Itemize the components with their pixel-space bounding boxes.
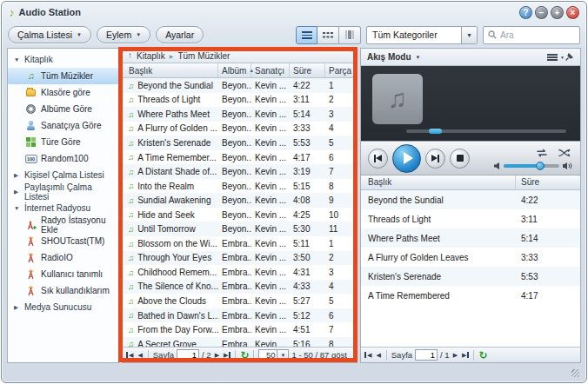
repeat-icon[interactable] bbox=[535, 149, 549, 157]
table-row[interactable]: ♫Where Paths MeetBeyon...Kevin ...5:143 bbox=[123, 107, 357, 122]
stop-button[interactable] bbox=[450, 149, 470, 169]
table-row[interactable]: ♫Blossom on the Wi...Embra...Kevin ...5:… bbox=[123, 236, 357, 251]
first-page-button[interactable]: ◀ bbox=[126, 352, 134, 358]
table-row[interactable]: ♫A Distant Shade of...Beyon...Kevin ...3… bbox=[123, 164, 357, 179]
refresh-icon[interactable]: ↻ bbox=[478, 350, 487, 361]
table-row[interactable]: ♫The Silence of Kno...Embra...Kevin ...4… bbox=[123, 280, 357, 295]
playlist-menu-icon[interactable] bbox=[547, 54, 558, 61]
sidebar-item[interactable]: SHOUTcast(TM) bbox=[8, 233, 118, 249]
queue-column-title[interactable]: Başlık bbox=[361, 175, 516, 189]
queue-row[interactable]: A Time Remembered4:17 bbox=[361, 286, 580, 305]
page-size-caret[interactable]: ▼ bbox=[277, 349, 289, 361]
category-select[interactable]: Tüm Kategoriler ▼ bbox=[366, 26, 478, 44]
queue-row[interactable]: Threads of Light3:11 bbox=[361, 209, 580, 228]
resize-grip[interactable] bbox=[571, 369, 579, 377]
table-row[interactable]: ♫A Secret GroveEmbra...Kevin ...5:168 bbox=[123, 337, 357, 347]
column-header-duration[interactable]: Süre bbox=[290, 63, 325, 77]
sidebar-item[interactable]: Radyo İstasyonu Ekle bbox=[8, 216, 118, 233]
column-header-title[interactable]: Başlık bbox=[123, 63, 218, 77]
table-row[interactable]: ♫Childhood Remem...Embra...Kevin ...4:31… bbox=[123, 265, 357, 280]
play-button[interactable] bbox=[392, 144, 421, 173]
sidebar-item[interactable]: Türe Göre bbox=[8, 134, 118, 150]
table-row[interactable]: ♫Beyond the SundialBeyon...Kevin ...4:22… bbox=[123, 78, 357, 93]
minimize-button[interactable]: − bbox=[535, 6, 548, 19]
table-row[interactable]: ♫A Flurry of Golden ...Beyon...Kevin ...… bbox=[123, 122, 357, 136]
next-page-button[interactable]: ▶ bbox=[214, 352, 220, 359]
cell-artist: Kevin ... bbox=[251, 153, 290, 162]
collapse-icon[interactable]: ▼ bbox=[14, 205, 21, 211]
sidebar-item[interactable]: Albüme Göre bbox=[8, 101, 118, 117]
chevron-down-icon[interactable]: ▼ bbox=[416, 55, 421, 60]
sidebar-group-2[interactable]: ▶Paylaşımlı Çalma Listesi bbox=[8, 183, 118, 200]
breadcrumb-root[interactable]: Kitaplık bbox=[137, 51, 165, 61]
collapse-icon[interactable]: ▼ bbox=[14, 56, 21, 63]
page-number-input[interactable] bbox=[415, 349, 438, 361]
sidebar-group-3[interactable]: ▼İnternet Radyosu bbox=[8, 200, 118, 216]
volume-slider-thumb[interactable] bbox=[536, 162, 545, 170]
next-page-button[interactable]: ▶ bbox=[452, 352, 458, 359]
sidebar-item[interactable]: ♫Tüm Müzikler bbox=[8, 68, 118, 84]
sidebar-item[interactable]: 100Random100 bbox=[8, 150, 118, 167]
category-select-caret[interactable]: ▼ bbox=[461, 27, 477, 43]
playlist-button[interactable]: Çalma Listesi ▼ bbox=[8, 26, 91, 43]
cell-track: 7 bbox=[325, 325, 357, 334]
last-page-button[interactable]: ▶ bbox=[461, 352, 469, 358]
table-row[interactable]: ♫From the Day Forw...Embra...Kevin ...4:… bbox=[123, 322, 357, 337]
next-track-button[interactable] bbox=[425, 149, 445, 169]
go-up-icon[interactable]: ↑ bbox=[128, 51, 132, 60]
previous-page-button[interactable]: ◀ bbox=[137, 352, 143, 359]
table-row[interactable]: ♫A Time Remember...Beyon...Kevin ...4:17… bbox=[123, 150, 357, 165]
page-number-input[interactable] bbox=[177, 349, 199, 361]
column-header-track[interactable]: Parça bbox=[325, 63, 357, 77]
previous-track-button[interactable] bbox=[368, 149, 388, 169]
table-row[interactable]: ♫Until TomorrowBeyon...Kevin ...5:3011 bbox=[123, 222, 357, 236]
shuffle-icon[interactable] bbox=[558, 149, 571, 157]
queue-row[interactable]: Beyond the Sundial4:22 bbox=[361, 190, 580, 209]
coverflow-view-button[interactable] bbox=[339, 26, 361, 44]
sidebar-item[interactable]: RadioIO bbox=[8, 249, 118, 266]
table-row[interactable]: ♫Hide and SeekBeyon...Kevin ...4:2510 bbox=[123, 208, 357, 222]
queue-column-duration[interactable]: Süre bbox=[516, 175, 580, 189]
maximize-button[interactable]: + bbox=[551, 6, 564, 19]
sidebar-item[interactable]: Klasöre göre bbox=[8, 84, 118, 101]
queue-row[interactable]: Where Paths Meet5:14 bbox=[361, 228, 580, 248]
search-input[interactable] bbox=[500, 30, 570, 40]
sidebar-group-1[interactable]: ▶Kişisel Çalma Listesi bbox=[8, 167, 118, 183]
music-note-icon: ♫ bbox=[128, 110, 134, 119]
column-header-artist[interactable]: Sanatçı bbox=[251, 63, 290, 77]
expand-icon[interactable]: ▶ bbox=[14, 304, 21, 311]
close-button[interactable]: × bbox=[566, 6, 579, 19]
last-page-button[interactable]: ▶ bbox=[223, 352, 231, 358]
list-view-button[interactable] bbox=[296, 26, 317, 44]
previous-page-button[interactable]: ◀ bbox=[375, 352, 381, 359]
queue-row[interactable]: Kristen's Serenade5:53 bbox=[361, 267, 580, 286]
action-button[interactable]: Eylem ▼ bbox=[97, 26, 150, 43]
settings-button[interactable]: Ayarlar bbox=[156, 26, 204, 43]
sidebar-item[interactable]: Sanatçıya Göre bbox=[8, 117, 118, 134]
expand-icon[interactable]: ▶ bbox=[14, 189, 21, 195]
expand-icon[interactable]: ▶ bbox=[14, 172, 21, 179]
table-row[interactable]: ♫Bathed in Dawn's L...Embra...Kevin ...5… bbox=[123, 308, 357, 323]
queue-row[interactable]: A Flurry of Golden Leaves3:33 bbox=[361, 248, 580, 267]
table-row[interactable]: ♫Threads of LightBeyon...Kevin ...3:112 bbox=[123, 93, 357, 108]
seek-slider[interactable] bbox=[406, 129, 566, 133]
table-row[interactable]: ♫Into the RealmBeyon...Kevin ...5:158 bbox=[123, 179, 357, 194]
column-header-album[interactable]: Albüm▲ bbox=[218, 63, 251, 77]
table-row[interactable]: ♫Above the CloudsEmbra...Kevin ...5:275 bbox=[123, 294, 357, 308]
sidebar-group-0[interactable]: ▼Kitaplık bbox=[8, 51, 118, 68]
refresh-icon[interactable]: ↻ bbox=[240, 350, 249, 361]
sidebar-item[interactable]: Sık kullandıklarım bbox=[8, 282, 118, 299]
first-page-button[interactable]: ◀ bbox=[364, 352, 372, 358]
sidebar-group-4[interactable]: ▶Medya Sunucusu bbox=[8, 299, 118, 315]
table-row[interactable]: ♫Through Your EyesEmbra...Kevin ...3:502 bbox=[123, 251, 357, 266]
pin-icon[interactable] bbox=[565, 52, 574, 62]
help-button[interactable]: ? bbox=[519, 6, 532, 19]
page-size-select[interactable]: 50 ▼ bbox=[258, 349, 289, 361]
sidebar-item[interactable]: Kullanıcı tanımlı bbox=[8, 266, 118, 282]
table-row[interactable]: ♫Sundial AwakeningBeyon...Kevin ...4:089 bbox=[123, 193, 357, 208]
grid-view-button[interactable] bbox=[317, 26, 339, 44]
seek-slider-thumb[interactable] bbox=[429, 129, 442, 134]
stream-mode-title[interactable]: Akış Modu bbox=[367, 52, 411, 62]
volume-slider[interactable] bbox=[504, 164, 559, 168]
table-row[interactable]: ♫Kristen's SerenadeBeyon...Kevin ...5:53… bbox=[123, 136, 357, 150]
